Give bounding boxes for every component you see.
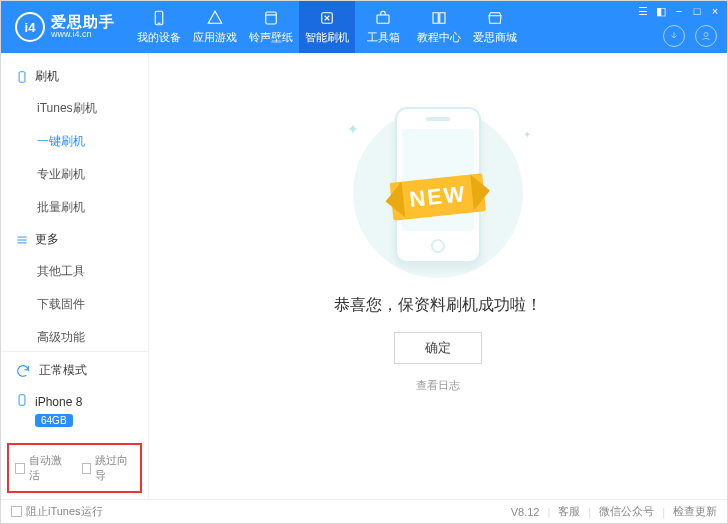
sidebar-item-oneclick[interactable]: 一键刷机	[1, 125, 148, 158]
toolbox-icon	[374, 9, 392, 27]
settings-icon[interactable]: ☰	[637, 5, 649, 17]
apps-icon	[206, 9, 224, 27]
device-icon	[15, 393, 29, 410]
nav-label: 应用游戏	[193, 30, 237, 45]
view-log-link[interactable]: 查看日志	[416, 378, 460, 393]
svg-rect-7	[19, 395, 25, 406]
music-icon	[262, 9, 280, 27]
sparkle-icon: ✦	[523, 129, 531, 140]
menu-icon	[15, 233, 29, 247]
download-button[interactable]	[663, 25, 685, 47]
sidebar-group-more: 更多	[1, 224, 148, 255]
refresh-icon	[15, 363, 31, 379]
sidebar-item-firmware[interactable]: 下载固件	[1, 288, 148, 321]
sidebar-item-pro[interactable]: 专业刷机	[1, 158, 148, 191]
sidebar-item-advanced[interactable]: 高级功能	[1, 321, 148, 351]
skip-guide-checkbox[interactable]: 跳过向导	[82, 453, 135, 483]
nav-flash[interactable]: 智能刷机	[299, 1, 355, 53]
nav-label: 铃声壁纸	[249, 30, 293, 45]
sidebar-item-other[interactable]: 其他工具	[1, 255, 148, 288]
nav-ring[interactable]: 铃声壁纸	[243, 1, 299, 53]
device-name: iPhone 8	[35, 395, 82, 409]
nav-toolbox[interactable]: 工具箱	[355, 1, 411, 53]
sidebar-item-batch[interactable]: 批量刷机	[1, 191, 148, 224]
checkbox-label: 跳过向导	[95, 453, 134, 483]
nav-label: 我的设备	[137, 30, 181, 45]
success-illustration: ✦ ✦ NEW	[333, 87, 543, 277]
status-bar: 阻止iTunes运行 V8.12 | 客服 | 微信公众号 | 检查更新	[1, 499, 727, 523]
nav-mall[interactable]: 爱思商城	[467, 1, 523, 53]
wechat-link[interactable]: 微信公众号	[599, 504, 654, 519]
skin-icon[interactable]: ◧	[655, 5, 667, 17]
post-flash-options: 自动激活 跳过向导	[7, 443, 142, 493]
ok-button[interactable]: 确定	[394, 332, 482, 364]
check-update-link[interactable]: 检查更新	[673, 504, 717, 519]
svg-rect-4	[377, 15, 389, 23]
phone-small-icon	[15, 70, 29, 84]
nav-label: 教程中心	[417, 30, 461, 45]
store-icon	[486, 9, 504, 27]
app-name: 爱思助手	[51, 14, 115, 31]
storage-badge: 64GB	[35, 414, 73, 427]
sidebar-item-itunes[interactable]: iTunes刷机	[1, 92, 148, 125]
flash-icon	[318, 9, 336, 27]
logo-icon: i4	[15, 12, 45, 42]
checkbox-label: 自动激活	[29, 453, 68, 483]
book-icon	[430, 9, 448, 27]
top-nav: 我的设备 应用游戏 铃声壁纸 智能刷机 工具箱 教程中心	[131, 1, 523, 53]
checkbox-label: 阻止iTunes运行	[26, 504, 103, 519]
sidebar-group-title: 刷机	[35, 68, 59, 85]
sidebar-group-title: 更多	[35, 231, 59, 248]
maximize-icon[interactable]: □	[691, 5, 703, 17]
user-button[interactable]	[695, 25, 717, 47]
app-logo: i4 爱思助手 www.i4.cn	[1, 12, 125, 42]
nav-tutorial[interactable]: 教程中心	[411, 1, 467, 53]
svg-point-5	[704, 33, 708, 37]
sparkle-icon: ✦	[347, 121, 359, 137]
main-panel: ✦ ✦ NEW 恭喜您，保资料刷机成功啦！ 确定 查看日志	[149, 53, 727, 499]
nav-label: 工具箱	[367, 30, 400, 45]
window-controls: ☰ ◧ − □ ×	[637, 5, 721, 17]
app-url: www.i4.cn	[51, 30, 115, 40]
svg-rect-6	[19, 71, 25, 82]
minimize-icon[interactable]: −	[673, 5, 685, 17]
svg-rect-2	[266, 12, 277, 24]
close-icon[interactable]: ×	[709, 5, 721, 17]
mode-label: 正常模式	[39, 362, 87, 379]
nav-label: 智能刷机	[305, 30, 349, 45]
phone-icon	[150, 9, 168, 27]
device-row[interactable]: iPhone 8 64GB	[1, 389, 148, 437]
success-message: 恭喜您，保资料刷机成功啦！	[334, 295, 542, 316]
nav-device[interactable]: 我的设备	[131, 1, 187, 53]
nav-games[interactable]: 应用游戏	[187, 1, 243, 53]
version-label: V8.12	[511, 506, 540, 518]
auto-activate-checkbox[interactable]: 自动激活	[15, 453, 68, 483]
mode-row[interactable]: 正常模式	[1, 352, 148, 389]
nav-label: 爱思商城	[473, 30, 517, 45]
app-header: i4 爱思助手 www.i4.cn 我的设备 应用游戏 铃声壁纸 智能刷机	[1, 1, 727, 53]
sidebar-group-flash: 刷机	[1, 61, 148, 92]
block-itunes-checkbox[interactable]: 阻止iTunes运行	[11, 504, 103, 519]
sidebar: 刷机 iTunes刷机 一键刷机 专业刷机 批量刷机 更多 其他工具 下载固件 …	[1, 53, 149, 499]
support-link[interactable]: 客服	[558, 504, 580, 519]
